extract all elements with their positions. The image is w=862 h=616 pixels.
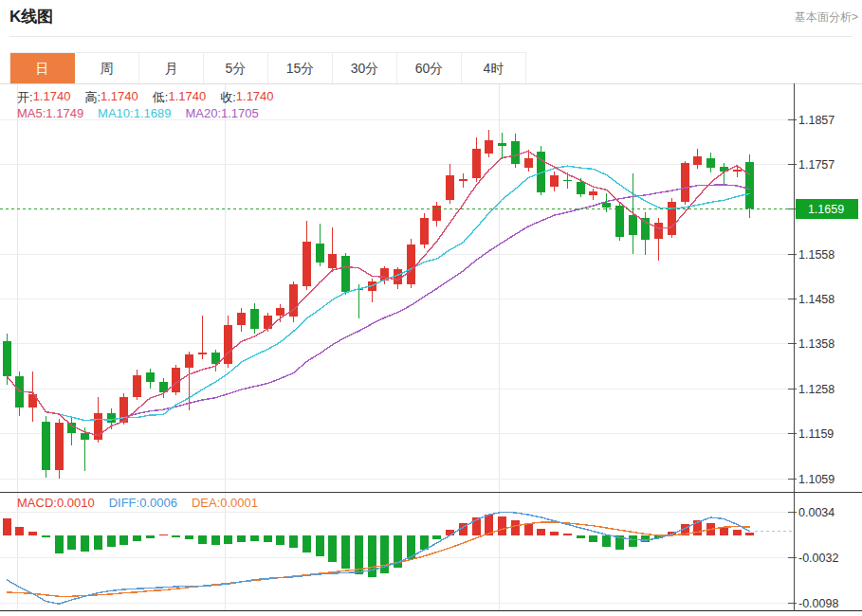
ma-legend: MA5: 1.1749 MA10: 1.1689 MA20: 1.1705 [17,106,259,120]
ohlc-legend: 开:1.1740 高:1.1740 低:1.1740 收:1.1740 [17,89,274,106]
svg-text:1.1558: 1.1558 [798,248,834,262]
ma5-legend: MA5: 1.1749 [17,106,83,120]
tab-30min[interactable]: 30分 [333,53,397,84]
tab-60min[interactable]: 60分 [397,53,462,84]
chart-area: 1.18571.17571.15581.14581.13581.12581.11… [0,83,862,612]
kline-chart-canvas: 1.18571.17571.15581.14581.13581.12581.11… [0,83,862,612]
interval-tabs: 日 周 月 5分 15分 30分 60分 4时 [9,52,526,83]
tab-day[interactable]: 日 [10,53,75,84]
svg-text:0.0034: 0.0034 [798,506,834,519]
svg-text:1.1258: 1.1258 [798,383,834,396]
tab-5min[interactable]: 5分 [204,53,268,84]
ohlc-high: 高:1.1740 [84,89,138,106]
fundamental-analysis-link[interactable]: 基本面分析> [795,9,858,26]
header-divider [9,36,853,37]
svg-text:1.1659: 1.1659 [808,203,844,216]
dea-value: DEA:0.0001 [192,496,258,510]
macd-value: MACD:0.0010 [17,496,95,510]
svg-text:1.1059: 1.1059 [798,473,834,486]
macd-legend: MACD:0.0010 DIFF:0.0006 DEA:0.0001 [17,496,258,510]
page-title: K线图 [9,6,53,27]
ma20-legend: MA20: 1.1705 [185,106,258,120]
svg-text:-0.0032: -0.0032 [798,552,838,565]
svg-text:1.1757: 1.1757 [798,158,834,172]
svg-text:1.1857: 1.1857 [798,114,834,127]
svg-text:-0.0098: -0.0098 [798,597,838,610]
ohlc-close: 收:1.1740 [220,89,273,106]
ohlc-low: 低:1.1740 [153,89,206,106]
svg-text:1.1458: 1.1458 [798,293,834,306]
tab-week[interactable]: 周 [75,53,139,84]
svg-text:1.1358: 1.1358 [798,337,834,351]
ma10-legend: MA10: 1.1689 [98,106,171,120]
tab-month[interactable]: 月 [139,53,204,84]
svg-text:1.1159: 1.1159 [798,427,834,441]
current-price-badge: 1.1659 [796,199,858,219]
diff-value: DIFF:0.0006 [109,496,177,510]
kline-page: K线图 基本面分析> 日 周 月 5分 15分 30分 60分 4时 1.185… [0,0,862,616]
ohlc-open: 开:1.1740 [17,89,70,106]
kline-chart-svg: 1.18571.17571.15581.14581.13581.12581.11… [0,83,862,612]
tab-4hour[interactable]: 4时 [462,53,526,84]
tab-15min[interactable]: 15分 [268,53,333,84]
interval-tabbar: 日 周 月 5分 15分 30分 60分 4时 [0,52,862,84]
